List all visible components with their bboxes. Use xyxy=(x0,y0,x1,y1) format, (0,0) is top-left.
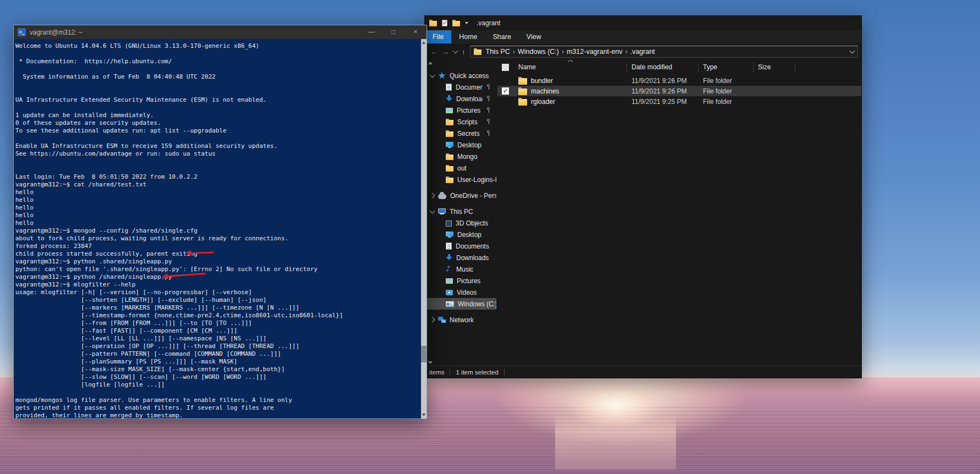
status-separator xyxy=(450,369,450,376)
explorer-window: .vagrant FileHomeShareView ← → ↑ This PC… xyxy=(424,15,862,378)
sidebar-item-out[interactable]: out xyxy=(425,162,496,174)
sidebar-section-gap xyxy=(425,185,496,190)
column-header-type[interactable]: Type xyxy=(699,62,754,72)
sidebar-item-windows-c[interactable]: Windows (C:) xyxy=(425,298,496,310)
address-bar: ← → ↑ This PC›Windows (C:)›m312-vagrant-… xyxy=(425,43,861,60)
explorer-titlebar[interactable]: .vagrant xyxy=(425,16,861,30)
sidebar-item-music[interactable]: Music xyxy=(425,263,496,275)
qat-new-folder-icon[interactable] xyxy=(452,21,460,26)
back-button[interactable]: ← xyxy=(430,48,438,56)
tab-file[interactable]: File xyxy=(425,30,451,43)
pin-icon xyxy=(486,130,491,137)
terminal-titlebar[interactable]: >_ vagrant@m312: ~ — □ × xyxy=(14,25,427,39)
objects3d-icon xyxy=(446,221,452,227)
sidebar-item-label: Secrets xyxy=(457,130,480,137)
folder-icon xyxy=(446,155,453,160)
qat-customize-dropdown-icon[interactable] xyxy=(465,22,468,24)
sidebar-item-documents[interactable]: Documents xyxy=(425,81,496,93)
sidebar-item-label: Scripts xyxy=(457,118,478,126)
sidebar-item-documents[interactable]: Documents xyxy=(425,240,496,252)
chevron-right-icon[interactable] xyxy=(430,317,435,323)
forward-button[interactable]: → xyxy=(442,48,449,56)
file-rows: bundler11/9/2021 9:26 PMFile foldermachi… xyxy=(497,74,861,107)
sidebar-item-scripts[interactable]: Scripts xyxy=(425,116,496,128)
column-header-date-modified[interactable]: Date modified xyxy=(627,62,699,72)
breadcrumb-item-windows-c[interactable]: Windows (C:) xyxy=(517,48,560,56)
sidebar-item-pictures[interactable]: Pictures xyxy=(425,275,496,286)
terminal-body[interactable]: Welcome to Ubuntu 14.04.6 LTS (GNU/Linux… xyxy=(14,39,421,418)
nav-scroll-down-icon[interactable] xyxy=(428,361,433,364)
breadcrumb-separator: › xyxy=(511,48,517,56)
chevron-down-icon[interactable] xyxy=(430,72,435,78)
sidebar-item-label: Pictures xyxy=(457,107,480,114)
chevron-right-icon[interactable] xyxy=(430,193,435,199)
music-icon xyxy=(446,266,452,273)
download-icon xyxy=(446,254,452,261)
sidebar-item-quick-access[interactable]: Quick access xyxy=(425,70,496,81)
sidebar-item-label: Downloads xyxy=(456,254,489,262)
sidebar-item-downloads[interactable]: Downloads xyxy=(425,252,496,263)
tab-share[interactable]: Share xyxy=(485,30,519,43)
terminal-minimize-button[interactable]: — xyxy=(361,25,383,39)
breadcrumb-item-m312-vagrant-env[interactable]: m312-vagrant-env xyxy=(566,48,623,56)
chevron-down-icon[interactable] xyxy=(430,208,435,213)
row-checkbox-cell xyxy=(497,87,514,95)
scrollbar-thumb[interactable] xyxy=(421,346,427,362)
nav-scroll-up-icon[interactable] xyxy=(428,62,433,64)
address-field[interactable]: This PC›Windows (C:)›m312-vagrant-env›.v… xyxy=(470,46,859,58)
qat-properties-icon[interactable] xyxy=(442,20,447,26)
terminal-scrollbar[interactable] xyxy=(421,39,427,418)
tab-view[interactable]: View xyxy=(519,30,549,43)
sidebar-item-desktop[interactable]: Desktop xyxy=(425,139,496,151)
file-type: File folder xyxy=(699,98,754,106)
sidebar-item-this-pc[interactable]: This PC xyxy=(425,206,496,217)
sidebar-item-onedrive-personal[interactable]: OneDrive - Personal xyxy=(425,190,496,201)
sidebar-item-label: Quick access xyxy=(450,72,489,80)
address-dropdown-icon[interactable] xyxy=(850,48,855,54)
explorer-main: Quick accessDocumentsDownloadsPicturesSc… xyxy=(425,60,861,366)
pin-icon xyxy=(486,119,491,125)
explorer-window-title: .vagrant xyxy=(477,19,500,27)
sidebar-item-label: Network xyxy=(450,316,474,324)
file-row-machines[interactable]: machines11/9/2021 9:26 PMFile folder xyxy=(497,86,861,96)
sidebar-item-downloads[interactable]: Downloads xyxy=(425,93,496,104)
star-icon xyxy=(438,72,446,80)
row-checkbox-cell xyxy=(497,77,514,84)
terminal-maximize-button[interactable]: □ xyxy=(383,25,405,39)
file-name: machines xyxy=(531,87,559,95)
terminal-output[interactable]: Welcome to Ubuntu 14.04.6 LTS (GNU/Linux… xyxy=(14,39,421,418)
column-header-size[interactable]: Size xyxy=(754,62,795,72)
row-checkbox[interactable] xyxy=(502,87,509,95)
file-row-bundler[interactable]: bundler11/9/2021 9:26 PMFile folder xyxy=(497,75,861,86)
sidebar-section-gap xyxy=(425,310,496,314)
select-all-checkbox-cell[interactable] xyxy=(497,62,514,72)
sidebar-item-pictures[interactable]: Pictures xyxy=(425,104,496,116)
file-row-rgloader[interactable]: rgloader11/9/2021 9:25 PMFile folder xyxy=(497,96,861,107)
tab-home[interactable]: Home xyxy=(451,30,485,43)
breadcrumb-item-this-pc[interactable]: This PC xyxy=(485,48,511,56)
sidebar-item-desktop[interactable]: Desktop xyxy=(425,229,496,240)
sidebar-item-videos[interactable]: Videos xyxy=(425,286,496,298)
sidebar-item-mongo[interactable]: Mongo xyxy=(425,151,496,162)
sidebar-item-label: Documents xyxy=(456,242,489,250)
column-headers: Name Date modified Type Size xyxy=(497,60,861,74)
breadcrumb-item-vagrant[interactable]: .vagrant xyxy=(629,48,656,56)
select-all-checkbox[interactable] xyxy=(502,64,509,71)
terminal-close-button[interactable]: × xyxy=(405,25,427,39)
sidebar-item-network[interactable]: Network xyxy=(425,314,496,326)
desktop-icon xyxy=(446,232,453,238)
up-button[interactable]: ↑ xyxy=(462,48,466,56)
status-separator xyxy=(504,369,505,376)
scroll-up-icon[interactable] xyxy=(422,41,425,44)
recent-locations-dropdown-icon[interactable] xyxy=(453,48,458,54)
scroll-down-icon[interactable] xyxy=(422,414,425,416)
sidebar-item-secrets[interactable]: Secrets xyxy=(425,128,496,139)
folder-icon xyxy=(446,131,453,137)
sidebar-item-3d-objects[interactable]: 3D Objects xyxy=(425,217,496,229)
navigation-pane: Quick accessDocumentsDownloadsPicturesSc… xyxy=(425,60,496,366)
breadcrumb-separator: › xyxy=(560,48,566,56)
document-icon xyxy=(446,242,452,250)
sidebar-item-user-logins-roles[interactable]: User-Logins-Roles xyxy=(425,174,496,185)
row-checkbox-cell xyxy=(497,98,514,105)
sidebar-item-label: Music xyxy=(456,266,473,273)
